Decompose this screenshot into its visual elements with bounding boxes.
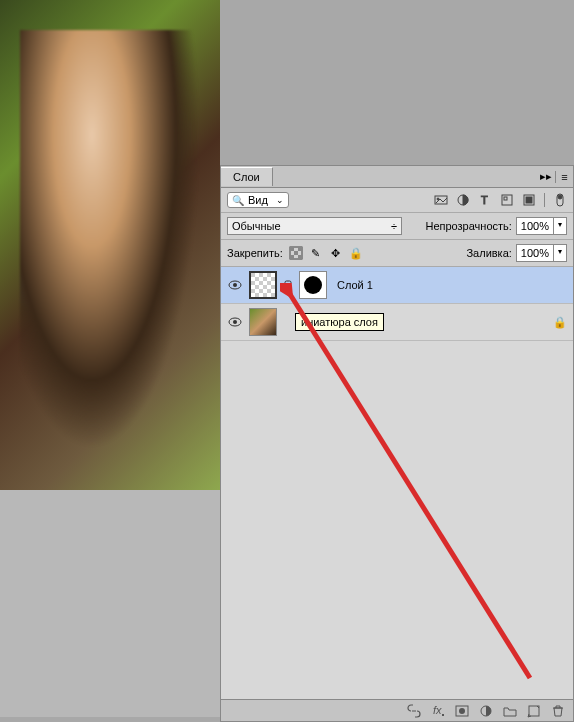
fill-dropdown-icon: ▾ [553,245,566,261]
svg-text:fx: fx [433,704,442,716]
filter-pixel-icon[interactable] [434,193,448,207]
layers-bottom-bar: fx [221,699,573,721]
visibility-toggle-icon[interactable] [227,277,243,293]
fill-value: 100% [517,245,553,261]
mask-shape [304,276,322,294]
lock-row: Закрепить: ✎ ✥ 🔒 Заливка: 100% ▾ [221,240,573,267]
new-adjustment-icon[interactable] [479,704,493,718]
link-layers-icon[interactable] [407,704,421,718]
lock-icons-group: ✎ ✥ 🔒 [289,246,363,260]
layers-panel: Слои ▸▸ ≡ 🔍 Вид ⌄ T Обычные ÷ Непрозрачн… [220,165,574,722]
filter-type-label: Вид [248,194,272,206]
document-image[interactable] [0,0,220,490]
thumbnail-tooltip: иниатюра слоя [295,313,384,331]
svg-rect-11 [290,247,294,251]
blend-dropdown-icon: ÷ [391,220,397,232]
svg-point-25 [459,708,465,714]
layer-style-icon[interactable]: fx [431,704,445,718]
opacity-group: Непрозрачность: 100% ▾ [425,217,567,235]
opacity-value: 100% [517,218,553,234]
filter-row: 🔍 Вид ⌄ T [221,188,573,213]
new-group-icon[interactable] [503,704,517,718]
chevron-down-icon: ⌄ [276,195,284,205]
svg-rect-15 [298,255,302,259]
filter-adjustment-icon[interactable] [456,193,470,207]
layer-mask-thumbnail[interactable] [299,271,327,299]
fill-group: Заливка: 100% ▾ [466,244,567,262]
filter-toggle-switch[interactable] [553,193,567,207]
canvas-workspace[interactable] [0,0,220,717]
visibility-toggle-icon[interactable] [227,314,243,330]
blend-row: Обычные ÷ Непрозрачность: 100% ▾ [221,213,573,240]
lock-indicator-icon: 🔒 [553,316,567,329]
layer-name[interactable]: Слой 1 [333,279,373,291]
new-layer-icon[interactable] [527,704,541,718]
svg-text:T: T [481,194,488,206]
layer-row[interactable]: Слой 1 [221,267,573,304]
blend-mode-value: Обычные [232,220,281,232]
svg-rect-14 [290,255,294,259]
layer-filter-type[interactable]: 🔍 Вид ⌄ [227,192,289,208]
filter-icons-group: T [434,193,567,207]
svg-point-9 [558,195,562,199]
svg-rect-12 [298,247,302,251]
lock-image-icon[interactable]: ✎ [309,246,323,260]
panel-collapse-icon[interactable]: ▸▸ [537,170,555,183]
fill-label: Заливка: [466,247,511,259]
tab-layers[interactable]: Слои [221,167,273,186]
layer-row[interactable]: Фон 🔒 [221,304,573,341]
panel-tab-bar: Слои ▸▸ ≡ [221,166,573,188]
add-mask-icon[interactable] [455,704,469,718]
svg-point-22 [233,320,237,324]
filter-smartobj-icon[interactable] [522,193,536,207]
filter-divider [544,193,545,207]
svg-rect-7 [526,197,532,203]
layers-list[interactable]: Слой 1 Фон 🔒 иниатюра слоя [221,267,573,699]
lock-all-icon[interactable]: 🔒 [349,246,363,260]
lock-label: Закрепить: [227,247,283,259]
svg-rect-5 [504,197,507,200]
layer-thumbnail[interactable] [249,271,277,299]
svg-rect-13 [294,251,298,255]
opacity-label: Непрозрачность: [425,220,511,232]
svg-rect-27 [529,706,539,716]
search-icon: 🔍 [232,195,244,206]
filter-shape-icon[interactable] [500,193,514,207]
lock-transparency-icon[interactable] [289,246,303,260]
layer-thumbnail[interactable] [249,308,277,336]
svg-point-17 [233,283,237,287]
fill-input[interactable]: 100% ▾ [516,244,567,262]
opacity-dropdown-icon: ▾ [553,218,566,234]
delete-layer-icon[interactable] [551,704,565,718]
panel-menu-icon[interactable]: ≡ [555,171,573,183]
opacity-input[interactable]: 100% ▾ [516,217,567,235]
lock-position-icon[interactable]: ✥ [329,246,343,260]
filter-type-icon[interactable]: T [478,193,492,207]
blend-mode-select[interactable]: Обычные ÷ [227,217,402,235]
mask-link-icon[interactable] [283,278,293,292]
